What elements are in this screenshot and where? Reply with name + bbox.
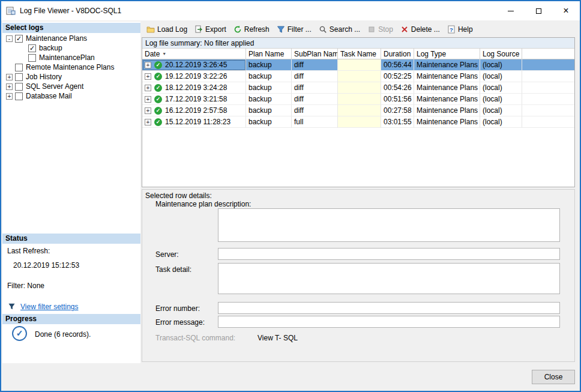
maximize-button[interactable] bbox=[525, 1, 552, 20]
date-cell[interactable]: +✓16.12.2019 2:57:58 bbox=[142, 105, 246, 116]
transact-sql-label: Transact-SQL command: bbox=[155, 334, 235, 342]
subplan-name-cell[interactable]: full bbox=[292, 116, 338, 128]
row-expander-icon[interactable]: + bbox=[145, 119, 151, 125]
toolbar-button-help[interactable]: ?Help bbox=[444, 23, 477, 35]
minus-expander-icon[interactable]: - bbox=[6, 35, 13, 42]
table-row[interactable]: +✓15.12.2019 11:28:23backupfull03:01:55M… bbox=[142, 116, 574, 128]
view-filter-settings-link[interactable]: View filter settings bbox=[20, 303, 79, 311]
row-expander-icon[interactable]: + bbox=[145, 96, 151, 103]
log-type-cell[interactable]: Maintenance Plans bbox=[414, 59, 480, 71]
row-expander-icon[interactable]: + bbox=[145, 85, 151, 91]
subplan-name-cell[interactable]: diff bbox=[292, 71, 338, 82]
job-history-checkbox[interactable] bbox=[15, 73, 23, 81]
log-type-cell[interactable]: Maintenance Plans bbox=[414, 94, 480, 105]
log-type-cell[interactable]: Maintenance Plans bbox=[414, 116, 480, 128]
duration-cell[interactable]: 03:01:55 bbox=[381, 116, 414, 128]
task-name-cell[interactable] bbox=[338, 71, 381, 82]
log-type-cell[interactable]: Maintenance Plans bbox=[414, 82, 480, 94]
task-name-cell[interactable] bbox=[338, 116, 381, 128]
toolbar-button-stop[interactable]: Stop bbox=[364, 23, 397, 35]
row-expander-icon[interactable]: + bbox=[145, 107, 151, 114]
date-cell[interactable]: +✓18.12.2019 3:24:28 bbox=[142, 82, 246, 94]
table-row[interactable]: +✓20.12.2019 3:26:45backupdiff00:56:44Ma… bbox=[142, 59, 574, 71]
plan-name-cell[interactable]: backup bbox=[246, 82, 292, 94]
column-header-subplan-name[interactable]: SubPlan Name bbox=[292, 49, 338, 59]
plan-name-cell[interactable]: backup bbox=[246, 105, 292, 116]
task-name-cell[interactable] bbox=[338, 105, 381, 116]
maintenance-plans-checkbox[interactable]: ✓ bbox=[15, 35, 23, 43]
log-source-cell[interactable]: (local) bbox=[480, 116, 522, 128]
column-header-date[interactable]: Date▼ bbox=[142, 49, 246, 59]
plus-expander-icon[interactable]: + bbox=[6, 83, 13, 90]
subplan-name-cell[interactable]: diff bbox=[292, 94, 338, 105]
table-row[interactable]: +✓18.12.2019 3:24:28backupdiff00:54:26Ma… bbox=[142, 82, 574, 94]
subplan-name-cell[interactable]: diff bbox=[292, 82, 338, 94]
remote-maintenance-plans-checkbox[interactable] bbox=[15, 64, 23, 71]
task-detail-field[interactable] bbox=[218, 263, 560, 294]
tree-item-backup[interactable]: ✓backup bbox=[2, 43, 140, 53]
column-header-task-name[interactable]: Task Name bbox=[338, 49, 381, 59]
log-source-cell[interactable]: (local) bbox=[480, 105, 522, 116]
toolbar-button-export[interactable]: Export bbox=[191, 23, 230, 35]
minimize-button[interactable] bbox=[497, 1, 525, 20]
log-source-cell[interactable]: (local) bbox=[480, 59, 522, 71]
duration-cell[interactable]: 00:27:58 bbox=[381, 105, 414, 116]
duration-cell[interactable]: 00:52:25 bbox=[381, 71, 414, 82]
log-type-cell[interactable]: Maintenance Plans bbox=[414, 71, 480, 82]
log-source-cell[interactable]: (local) bbox=[480, 94, 522, 105]
log-source-cell[interactable]: (local) bbox=[480, 82, 522, 94]
toolbar-button-delete[interactable]: Delete ... bbox=[397, 23, 444, 35]
tree-item-remote-maintenance-plans[interactable]: Remote Maintenance Plans bbox=[2, 62, 140, 72]
task-name-cell[interactable] bbox=[338, 94, 381, 105]
plan-name-cell[interactable]: backup bbox=[246, 94, 292, 105]
database-mail-checkbox[interactable] bbox=[15, 92, 23, 100]
row-expander-icon[interactable]: + bbox=[145, 62, 151, 68]
plan-name-cell[interactable]: backup bbox=[246, 59, 292, 71]
table-row[interactable]: +✓16.12.2019 2:57:58backupdiff00:27:58Ma… bbox=[142, 105, 574, 116]
tree-item-maintenance-plans[interactable]: -✓Maintenance Plans bbox=[2, 34, 140, 43]
tree-item-database-mail[interactable]: +Database Mail bbox=[2, 91, 140, 101]
date-cell[interactable]: +✓17.12.2019 3:21:58 bbox=[142, 94, 246, 105]
view-tsql-button[interactable]: View T- SQL bbox=[257, 334, 298, 342]
close-button[interactable]: Close bbox=[532, 370, 575, 384]
plus-expander-icon[interactable]: + bbox=[6, 74, 13, 80]
backup-checkbox[interactable]: ✓ bbox=[28, 44, 36, 52]
error-number-field[interactable] bbox=[218, 302, 560, 314]
date-cell[interactable]: +✓20.12.2019 3:26:45 bbox=[142, 59, 246, 71]
log-grid: Log file summary: No filter applied Date… bbox=[142, 37, 575, 187]
sql-server-agent-checkbox[interactable] bbox=[15, 83, 23, 91]
date-cell[interactable]: +✓19.12.2019 3:22:26 bbox=[142, 71, 246, 82]
table-row[interactable]: +✓17.12.2019 3:21:58backupdiff00:51:56Ma… bbox=[142, 94, 574, 105]
subplan-name-cell[interactable]: diff bbox=[292, 59, 338, 71]
column-header-log-type[interactable]: Log Type bbox=[414, 49, 480, 59]
error-message-field[interactable] bbox=[218, 316, 560, 328]
toolbar-button-load-log[interactable]: Load Log bbox=[143, 23, 191, 35]
tree-item-maintenanceplan[interactable]: MaintenancePlan bbox=[2, 53, 140, 62]
date-cell[interactable]: +✓15.12.2019 11:28:23 bbox=[142, 116, 246, 128]
column-header-plan-name[interactable]: Plan Name bbox=[246, 49, 292, 59]
server-field[interactable] bbox=[218, 248, 560, 260]
toolbar-button-refresh[interactable]: Refresh bbox=[230, 23, 273, 35]
toolbar-button-filter[interactable]: Filter ... bbox=[273, 23, 315, 35]
plan-name-cell[interactable]: backup bbox=[246, 71, 292, 82]
task-name-cell[interactable] bbox=[338, 82, 381, 94]
log-type-cell[interactable]: Maintenance Plans bbox=[414, 105, 480, 116]
column-header-log-source[interactable]: Log Source bbox=[480, 49, 522, 59]
duration-cell[interactable]: 00:56:44 bbox=[381, 59, 414, 71]
plus-expander-icon[interactable]: + bbox=[6, 93, 13, 100]
subplan-name-cell[interactable]: diff bbox=[292, 105, 338, 116]
table-row[interactable]: +✓19.12.2019 3:22:26backupdiff00:52:25Ma… bbox=[142, 71, 574, 82]
plan-name-cell[interactable]: backup bbox=[246, 116, 292, 128]
toolbar-button-search[interactable]: Search ... bbox=[315, 23, 364, 35]
maintenanceplan-checkbox[interactable] bbox=[28, 54, 36, 62]
duration-cell[interactable]: 00:54:26 bbox=[381, 82, 414, 94]
tree-item-job-history[interactable]: +Job History bbox=[2, 72, 140, 82]
close-window-button[interactable]: × bbox=[552, 1, 580, 20]
row-expander-icon[interactable]: + bbox=[145, 73, 151, 80]
description-field[interactable] bbox=[218, 208, 560, 242]
tree-item-sql-server-agent[interactable]: +SQL Server Agent bbox=[2, 82, 140, 91]
duration-cell[interactable]: 00:51:56 bbox=[381, 94, 414, 105]
task-name-cell[interactable] bbox=[338, 59, 381, 71]
log-source-cell[interactable]: (local) bbox=[480, 71, 522, 82]
column-header-duration[interactable]: Duration bbox=[381, 49, 414, 59]
